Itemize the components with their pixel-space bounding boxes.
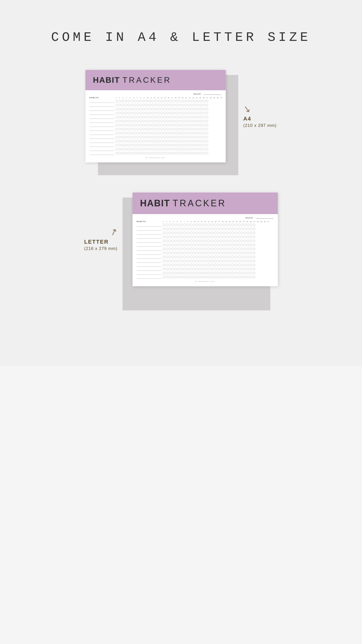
tracker-circle[interactable] (193, 272, 195, 274)
tracker-circle[interactable] (149, 152, 151, 154)
tracker-circle[interactable] (194, 120, 196, 122)
tracker-circle[interactable] (199, 260, 201, 262)
tracker-circle[interactable] (169, 244, 171, 246)
tracker-circle[interactable] (137, 116, 139, 118)
tracker-circle[interactable] (203, 108, 205, 110)
tracker-circle[interactable] (187, 244, 189, 246)
tracker-circle[interactable] (169, 256, 171, 258)
tracker-circle[interactable] (194, 132, 196, 134)
tracker-circle[interactable] (223, 272, 225, 274)
tracker-circle[interactable] (173, 100, 175, 102)
tracker-circle[interactable] (176, 148, 178, 150)
tracker-circle[interactable] (170, 140, 172, 142)
tracker-circle[interactable] (217, 248, 219, 250)
tracker-circle[interactable] (244, 252, 246, 254)
tracker-circle[interactable] (196, 268, 198, 270)
tracker-circle[interactable] (247, 228, 249, 230)
tracker-circle[interactable] (181, 268, 183, 270)
tracker-circle[interactable] (190, 260, 192, 262)
tracker-circle[interactable] (137, 124, 139, 126)
tracker-circle[interactable] (131, 112, 133, 114)
tracker-circle[interactable] (214, 240, 216, 242)
tracker-circle[interactable] (206, 120, 208, 122)
tracker-circle[interactable] (140, 124, 142, 126)
tracker-circle[interactable] (253, 228, 255, 230)
tracker-circle[interactable] (197, 136, 199, 138)
tracker-circle[interactable] (175, 260, 177, 262)
tracker-circle[interactable] (140, 104, 142, 106)
tracker-circle[interactable] (206, 124, 208, 126)
tracker-circle[interactable] (191, 104, 193, 106)
tracker-circle[interactable] (169, 236, 171, 238)
tracker-circle[interactable] (172, 248, 174, 250)
tracker-circle[interactable] (220, 232, 222, 234)
tracker-circle[interactable] (208, 272, 210, 274)
tracker-circle[interactable] (125, 116, 127, 118)
tracker-circle[interactable] (175, 228, 177, 230)
tracker-circle[interactable] (137, 152, 139, 154)
tracker-circle[interactable] (208, 276, 210, 278)
tracker-circle[interactable] (169, 228, 171, 230)
tracker-circle[interactable] (122, 124, 124, 126)
tracker-circle[interactable] (188, 152, 190, 154)
tracker-circle[interactable] (115, 100, 118, 102)
tracker-circle[interactable] (194, 136, 196, 138)
tracker-circle[interactable] (223, 228, 225, 230)
tracker-circle[interactable] (182, 116, 184, 118)
tracker-circle[interactable] (143, 100, 145, 102)
tracker-circle[interactable] (235, 224, 237, 226)
tracker-circle[interactable] (202, 268, 204, 270)
tracker-circle[interactable] (167, 124, 169, 126)
tracker-circle[interactable] (226, 256, 228, 258)
tracker-circle[interactable] (238, 260, 240, 262)
tracker-circle[interactable] (188, 120, 190, 122)
tracker-circle[interactable] (115, 112, 118, 114)
tracker-circle[interactable] (208, 264, 210, 266)
tracker-circle[interactable] (167, 116, 169, 118)
tracker-circle[interactable] (158, 144, 160, 146)
tracker-circle[interactable] (128, 132, 130, 134)
tracker-circle[interactable] (155, 120, 157, 122)
tracker-circle[interactable] (115, 124, 118, 126)
tracker-circle[interactable] (200, 100, 202, 102)
tracker-circle[interactable] (176, 116, 178, 118)
tracker-circle[interactable] (250, 264, 252, 266)
tracker-circle[interactable] (235, 260, 237, 262)
tracker-circle[interactable] (199, 272, 201, 274)
tracker-circle[interactable] (143, 152, 145, 154)
tracker-circle[interactable] (188, 140, 190, 142)
tracker-circle[interactable] (220, 224, 222, 226)
tracker-circle[interactable] (184, 252, 186, 254)
tracker-circle[interactable] (134, 140, 136, 142)
tracker-circle[interactable] (203, 100, 205, 102)
tracker-circle[interactable] (188, 116, 190, 118)
tracker-circle[interactable] (208, 268, 210, 270)
tracker-circle[interactable] (206, 140, 208, 142)
tracker-circle[interactable] (167, 128, 169, 130)
tracker-circle[interactable] (194, 152, 196, 154)
tracker-circle[interactable] (190, 244, 192, 246)
tracker-circle[interactable] (208, 240, 210, 242)
tracker-circle[interactable] (232, 256, 234, 258)
tracker-circle[interactable] (131, 108, 133, 110)
tracker-circle[interactable] (176, 140, 178, 142)
tracker-circle[interactable] (202, 240, 204, 242)
tracker-circle[interactable] (182, 152, 184, 154)
tracker-circle[interactable] (175, 252, 177, 254)
tracker-circle[interactable] (164, 116, 166, 118)
tracker-circle[interactable] (146, 116, 148, 118)
tracker-circle[interactable] (152, 140, 154, 142)
tracker-circle[interactable] (191, 140, 193, 142)
tracker-circle[interactable] (196, 232, 198, 234)
tracker-circle[interactable] (176, 124, 178, 126)
tracker-circle[interactable] (247, 248, 249, 250)
tracker-circle[interactable] (146, 152, 148, 154)
tracker-circle[interactable] (118, 132, 121, 134)
tracker-circle[interactable] (226, 240, 228, 242)
tracker-circle[interactable] (170, 120, 172, 122)
tracker-circle[interactable] (184, 272, 186, 274)
tracker-circle[interactable] (182, 108, 184, 110)
tracker-circle[interactable] (131, 152, 133, 154)
tracker-circle[interactable] (194, 128, 196, 130)
tracker-circle[interactable] (178, 264, 180, 266)
